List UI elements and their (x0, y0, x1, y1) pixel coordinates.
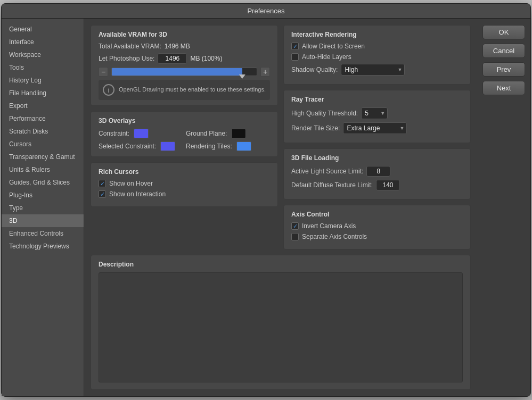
opengl-notice-text: OpenGL Drawing must be enabled to use th… (119, 86, 266, 94)
allow-direct-label: Allow Direct to Screen (302, 43, 365, 50)
vram-increase-btn[interactable]: + (260, 67, 270, 77)
invert-camera-checkbox[interactable] (291, 222, 299, 230)
total-vram-value: 1496 MB (165, 43, 190, 50)
auto-hide-checkbox[interactable] (291, 53, 299, 61)
use-vram-input[interactable] (158, 53, 187, 64)
axis-control-title: Axis Control (291, 211, 463, 218)
constraint-item: Constraint: (99, 129, 183, 138)
preferences-window: Preferences GeneralInterfaceWorkspaceToo… (1, 3, 531, 397)
rich-cursors-title: Rich Cursors (99, 168, 270, 176)
selected-constraint-label: Selected Constraint: (99, 143, 156, 150)
high-quality-select[interactable]: 5 (361, 107, 388, 119)
vram-progress-track[interactable] (111, 68, 257, 76)
show-on-interaction-row: Show on Interaction (99, 190, 270, 198)
vram-progress-fill (112, 68, 242, 76)
ray-tracer-title: Ray Tracer (291, 96, 463, 103)
render-tile-wrapper: Small Medium Large Extra Large (343, 122, 407, 134)
high-quality-wrapper: 5 (361, 107, 388, 119)
auto-hide-row: Auto-Hide Layers (291, 53, 463, 61)
sidebar-item-scratch-disks[interactable]: Scratch Disks (2, 125, 84, 138)
next-button[interactable]: Next (482, 81, 525, 95)
file-loading-title: 3D File Loading (291, 154, 463, 162)
show-on-hover-row: Show on Hover (99, 180, 270, 187)
title-bar: Preferences (2, 4, 530, 19)
show-on-hover-label: Show on Hover (109, 180, 153, 187)
sidebar: GeneralInterfaceWorkspaceToolsHistory Lo… (2, 19, 84, 396)
sidebar-item-technology-previews[interactable]: Technology Previews (2, 240, 84, 253)
active-light-input[interactable] (366, 166, 390, 177)
show-on-hover-checkbox[interactable] (99, 180, 106, 187)
ground-plane-item: Ground Plane: (186, 129, 270, 138)
render-tile-select[interactable]: Small Medium Large Extra Large (343, 122, 407, 134)
allow-direct-row: Allow Direct to Screen (291, 43, 463, 50)
separate-axis-row: Separate Axis Controls (291, 233, 463, 240)
description-title: Description (99, 261, 463, 268)
description-content (99, 272, 463, 382)
ok-button[interactable]: OK (482, 25, 525, 39)
description-section: Description (91, 255, 471, 390)
selected-constraint-color-swatch[interactable] (160, 141, 175, 151)
separate-axis-label: Separate Axis Controls (302, 233, 367, 240)
diffuse-texture-input[interactable] (376, 180, 400, 190)
sidebar-item-file-handling[interactable]: File Handling (2, 87, 84, 99)
separate-axis-checkbox[interactable] (291, 233, 299, 240)
info-icon: i (103, 84, 114, 96)
constraint-color-swatch[interactable] (134, 129, 149, 138)
invert-camera-label: Invert Camera Axis (302, 222, 356, 230)
allow-direct-checkbox[interactable] (291, 43, 299, 50)
vram-progress-thumb (239, 74, 245, 79)
shadow-quality-label: Shadow Quality: (291, 66, 338, 73)
show-on-interaction-checkbox[interactable] (99, 190, 106, 198)
sidebar-item-history-log[interactable]: History Log (2, 74, 84, 87)
sidebar-item-units-&-rulers[interactable]: Units & Rulers (2, 163, 84, 176)
opengl-notice: i OpenGL Drawing must be enabled to use … (99, 80, 270, 100)
constraint-label: Constraint: (99, 130, 129, 137)
vram-decrease-btn[interactable]: − (99, 67, 108, 77)
use-photoshop-label: Let Photoshop Use: (99, 55, 154, 62)
sidebar-item-tools[interactable]: Tools (2, 61, 84, 74)
invert-camera-row: Invert Camera Axis (291, 222, 463, 230)
overlays-section: 3D Overlays Constraint: Ground Plane: (91, 111, 278, 157)
action-buttons: OK Cancel Prev Next (477, 19, 530, 396)
shadow-quality-wrapper: Low Medium High (341, 64, 405, 76)
window-title: Preferences (247, 7, 284, 15)
ground-plane-color-swatch[interactable] (231, 129, 246, 138)
vram-suffix: MB (100%) (190, 55, 222, 62)
axis-control-section: Axis Control Invert Camera Axis Separate… (283, 205, 471, 249)
vram-title: Available VRAM for 3D (99, 31, 270, 38)
sidebar-item-3d[interactable]: 3D (2, 214, 84, 227)
sidebar-item-enhanced-controls[interactable]: Enhanced Controls (2, 227, 84, 240)
ray-tracer-section: Ray Tracer High Quality Threshold: 5 Ren… (283, 90, 471, 143)
sidebar-item-type[interactable]: Type (2, 202, 84, 214)
high-quality-label: High Quality Threshold: (291, 110, 358, 117)
file-loading-section: 3D File Loading Active Light Source Limi… (283, 148, 471, 199)
sidebar-item-performance[interactable]: Performance (2, 112, 84, 125)
sidebar-item-interface[interactable]: Interface (2, 36, 84, 48)
prev-button[interactable]: Prev (482, 62, 525, 77)
vram-section: Available VRAM for 3D Total Available VR… (91, 25, 278, 106)
sidebar-item-workspace[interactable]: Workspace (2, 48, 84, 61)
sidebar-item-general[interactable]: General (2, 23, 84, 36)
selected-constraint-item: Selected Constraint: (99, 141, 183, 151)
diffuse-texture-label: Default Diffuse Texture Limit: (291, 181, 373, 189)
overlays-title: 3D Overlays (99, 117, 270, 124)
shadow-quality-select[interactable]: Low Medium High (341, 64, 405, 76)
rendering-tiles-label: Rendering Tiles: (186, 143, 232, 150)
sidebar-item-guides,-grid-&-slices[interactable]: Guides, Grid & Slices (2, 176, 84, 189)
rendering-tiles-item: Rendering Tiles: (186, 141, 270, 151)
cancel-button[interactable]: Cancel (482, 44, 525, 58)
render-tile-label: Render Tile Size: (291, 124, 340, 132)
rendering-tiles-color-swatch[interactable] (236, 141, 251, 151)
sidebar-item-cursors[interactable]: Cursors (2, 138, 84, 151)
sidebar-item-export[interactable]: Export (2, 99, 84, 112)
rich-cursors-section: Rich Cursors Show on Hover Show on Inter… (91, 162, 278, 207)
ground-plane-label: Ground Plane: (186, 130, 227, 137)
auto-hide-label: Auto-Hide Layers (302, 53, 351, 61)
sidebar-item-transparency-&-gamut[interactable]: Transparency & Gamut (2, 151, 84, 163)
interactive-rendering-section: Interactive Rendering Allow Direct to Sc… (283, 25, 471, 85)
interactive-rendering-title: Interactive Rendering (291, 31, 463, 38)
main-content: Available VRAM for 3D Total Available VR… (84, 19, 477, 396)
sidebar-item-plug-ins[interactable]: Plug-Ins (2, 189, 84, 202)
active-light-label: Active Light Source Limit: (291, 168, 363, 175)
show-on-interaction-label: Show on Interaction (109, 190, 166, 198)
